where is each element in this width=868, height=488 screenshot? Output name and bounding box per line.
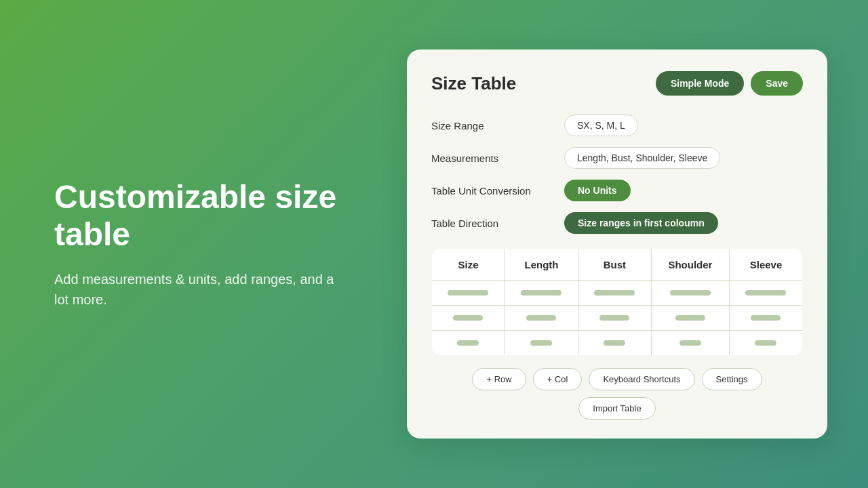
settings-button[interactable]: Settings [702,368,762,390]
bottom-buttons: + Row + Col Keyboard Shortcuts Settings … [431,368,803,420]
table-cell[interactable] [729,331,802,356]
simple-mode-button[interactable]: Simple Mode [656,71,744,96]
measurements-row: Measurements Length, Bust, Shoulder, Sle… [431,147,803,169]
add-row-button[interactable]: + Row [472,368,526,390]
table-row [432,331,803,356]
table-cell[interactable] [432,281,505,306]
headline: Customizable size table [54,178,339,253]
card-header: Size Table Simple Mode Save [431,71,803,96]
table-direction-label: Table Direction [431,218,553,229]
no-units-button[interactable]: No Units [564,180,631,201]
table-direction-value[interactable]: Size ranges in first coloumn [564,212,718,234]
left-panel: Customizable size table Add measurements… [54,178,339,310]
col-header-length: Length [505,249,578,281]
save-button[interactable]: Save [751,71,803,96]
table-cell[interactable] [578,306,651,331]
table-row [432,281,803,306]
size-range-value[interactable]: SX, S, M, L [564,115,638,136]
header-buttons: Simple Mode Save [656,71,803,96]
table-cell[interactable] [651,331,729,356]
table-cell[interactable] [651,281,729,306]
table-cell[interactable] [729,306,802,331]
settings-section: Size Range SX, S, M, L Measurements Leng… [431,115,803,234]
table-cell[interactable] [505,306,578,331]
table-cell[interactable] [505,331,578,356]
table-cell[interactable] [578,281,651,306]
measurements-value[interactable]: Length, Bust, Shoulder, Sleeve [564,147,720,169]
card-title: Size Table [431,73,516,94]
table-unit-conversion-row: Table Unit Conversion No Units [431,180,803,201]
col-header-shoulder: Shoulder [651,249,729,281]
table-cell[interactable] [505,281,578,306]
table-row [432,306,803,331]
col-header-bust: Bust [578,249,651,281]
measurements-label: Measurements [431,152,553,164]
table-cell[interactable] [432,331,505,356]
table-cell[interactable] [578,331,651,356]
size-range-row: Size Range SX, S, M, L [431,115,803,136]
import-table-button[interactable]: Import Table [578,397,655,420]
table-direction-row: Table Direction Size ranges in first col… [431,212,803,234]
add-col-button[interactable]: + Col [533,368,583,390]
col-header-sleeve: Sleeve [729,249,802,281]
size-table-card: Size Table Simple Mode Save Size Range S… [407,49,827,439]
keyboard-shortcuts-button[interactable]: Keyboard Shortcuts [589,368,694,390]
table-cell[interactable] [729,281,802,306]
size-data-table: Size Length Bust Shoulder Sleeve [431,249,803,356]
table-cell[interactable] [432,306,505,331]
size-range-label: Size Range [431,120,553,131]
col-header-size: Size [432,249,505,281]
table-unit-conversion-label: Table Unit Conversion [431,185,553,197]
description: Add measurements & units, add ranges, an… [54,269,339,310]
table-header-row: Size Length Bust Shoulder Sleeve [432,249,803,281]
table-cell[interactable] [651,306,729,331]
